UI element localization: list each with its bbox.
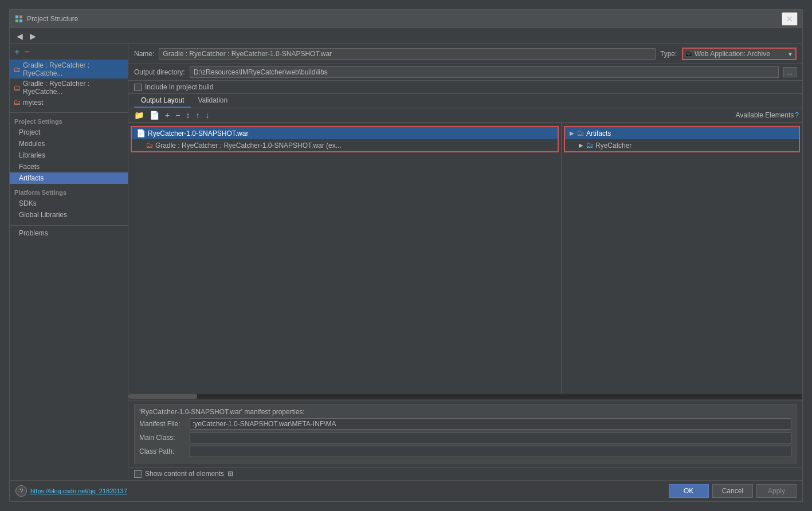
artifact-label-1: Gradle : RyeCatcher : RyeCatche... xyxy=(23,61,124,77)
artifact-label-3: mytest xyxy=(23,99,43,107)
footer: ? https://blog.csdn.net/qq_21820137 OK C… xyxy=(10,480,802,501)
sidebar: + − 🗂 Gradle : RyeCatcher : RyeCatche...… xyxy=(10,44,128,480)
type-dropdown[interactable]: 🗂 Web Application: Archive ▼ xyxy=(682,48,797,60)
class-path-label: Class Path: xyxy=(139,447,185,455)
war-icon: 📄 xyxy=(136,129,146,137)
horizontal-scrollbar[interactable] xyxy=(128,394,802,399)
output-dir-input[interactable] xyxy=(190,66,779,78)
name-input[interactable] xyxy=(159,48,656,60)
include-row: Include in project build xyxy=(128,81,802,94)
war-label: RyeCatcher-1.0-SNAPSHOT.war xyxy=(148,129,248,137)
apply-button[interactable]: Apply xyxy=(756,484,797,498)
sidebar-item-global-libraries[interactable]: Global Libraries xyxy=(10,209,128,221)
split-content: 📄 RyeCatcher-1.0-SNAPSHOT.war 🗂 Gradle :… xyxy=(128,123,802,393)
output-dir-label: Output directory: xyxy=(134,68,185,76)
forward-button[interactable]: ▶ xyxy=(28,30,38,42)
toolbar-add-button[interactable]: + xyxy=(163,109,172,121)
sidebar-item-artifacts[interactable]: Artifacts xyxy=(10,172,128,184)
scrollbar-thumb[interactable] xyxy=(128,394,197,399)
show-content-icon: ⊞ xyxy=(227,470,233,478)
class-path-row: Class Path: xyxy=(139,446,791,457)
sidebar-item-sdks[interactable]: SDKs xyxy=(10,198,128,209)
toolbar-folder-button[interactable]: 📁 xyxy=(132,109,146,121)
sidebar-item-facets[interactable]: Facets xyxy=(10,161,128,172)
right-outline-box: ▶ 🗂 Artifacts ▶ 🗂 RyeCatcher xyxy=(564,126,800,152)
remove-artifact-button[interactable]: − xyxy=(23,48,30,57)
project-settings-header: Project Settings xyxy=(10,116,128,127)
close-button[interactable]: ✕ xyxy=(782,12,798,26)
title-bar: Project Structure ✕ xyxy=(10,10,802,28)
artifact-item-2[interactable]: 🗂 Gradle : RyeCatcher : RyeCatche... xyxy=(10,78,128,97)
cancel-button[interactable]: Cancel xyxy=(712,484,753,498)
project-label: Project xyxy=(19,128,40,136)
artifacts-label: Artifacts xyxy=(19,174,44,182)
artifact-item-3[interactable]: 🗂 mytest xyxy=(10,97,128,108)
expand-icon-artifacts: ▶ xyxy=(570,130,574,136)
main-class-label: Main Class: xyxy=(139,434,185,442)
ok-button[interactable]: OK xyxy=(669,484,709,498)
tab-output-layout[interactable]: Output Layout xyxy=(134,94,191,108)
project-structure-dialog: Project Structure ✕ ◀ ▶ + − 🗂 Gradle : R… xyxy=(9,9,803,502)
modules-label: Modules xyxy=(19,140,45,148)
toolbar-remove-button[interactable]: − xyxy=(173,109,182,121)
artifact-icon-1: 🗂 xyxy=(13,65,21,74)
svg-rect-3 xyxy=(19,19,22,22)
svg-rect-2 xyxy=(15,19,18,22)
name-type-row: Name: document.querySelector('[data-name… xyxy=(128,44,802,64)
sdks-label: SDKs xyxy=(19,199,37,207)
toolbar-sort-button[interactable]: ↕ xyxy=(183,109,192,121)
type-label: Type: xyxy=(660,50,677,58)
right-tree: ▶ 🗂 Artifacts ▶ 🗂 RyeCatcher xyxy=(562,123,802,393)
toolbar-down-button[interactable]: ↓ xyxy=(203,109,211,121)
artifacts-folder-icon: 🗂 xyxy=(576,129,584,137)
sidebar-item-modules[interactable]: Modules xyxy=(10,138,128,150)
manifest-file-label: Manifest File: xyxy=(139,420,185,428)
type-icon: 🗂 xyxy=(685,50,692,58)
artifact-list: 🗂 Gradle : RyeCatcher : RyeCatche... 🗂 G… xyxy=(10,60,128,108)
tab-validation[interactable]: Validation xyxy=(191,94,234,108)
main-class-row: Main Class: xyxy=(139,432,791,443)
window-title: Project Structure xyxy=(27,15,782,23)
browse-button[interactable]: ... xyxy=(783,67,797,77)
main-class-input[interactable] xyxy=(190,432,791,443)
artifact-icon-3: 🗂 xyxy=(13,98,21,107)
ryecatcher-folder-icon: 🗂 xyxy=(586,141,593,150)
artifact-item-1[interactable]: 🗂 Gradle : RyeCatcher : RyeCatche... xyxy=(10,60,128,78)
help-button[interactable]: ? xyxy=(15,485,27,497)
libraries-label: Libraries xyxy=(19,151,45,159)
window-icon xyxy=(14,14,23,23)
sidebar-item-problems[interactable]: Problems xyxy=(10,225,128,239)
type-value: Web Application: Archive xyxy=(695,50,785,58)
content-toolbar: 📁 📄 + − ↕ ↑ ↓ Available Elements ? xyxy=(128,108,802,123)
nav-bar: ◀ ▶ xyxy=(10,28,802,44)
right-tree-item-artifacts[interactable]: ▶ 🗂 Artifacts xyxy=(565,127,799,139)
show-content-checkbox[interactable] xyxy=(134,470,142,478)
sidebar-toolbar: + − xyxy=(10,44,128,60)
left-tree-item-gradle-sub[interactable]: 🗂 Gradle : RyeCatcher : RyeCatcher-1.0-S… xyxy=(132,139,558,151)
toolbar-up-button[interactable]: ↑ xyxy=(193,109,202,121)
help-icon[interactable]: ? xyxy=(795,111,799,119)
manifest-properties: 'RyeCatcher-1.0-SNAPSHOT.war' manifest p… xyxy=(134,404,797,463)
artifacts-right-label: Artifacts xyxy=(586,129,611,137)
add-artifact-button[interactable]: + xyxy=(13,48,21,57)
global-libraries-label: Global Libraries xyxy=(19,211,67,219)
back-button[interactable]: ◀ xyxy=(14,30,25,42)
manifest-file-row: Manifest File: xyxy=(139,418,791,430)
show-content-row: Show content of elements ⊞ xyxy=(128,467,802,480)
toolbar-file-button[interactable]: 📄 xyxy=(147,109,162,121)
include-checkbox[interactable] xyxy=(134,84,142,91)
output-dir-row: Output directory: ... xyxy=(128,64,802,81)
left-tree: 📄 RyeCatcher-1.0-SNAPSHOT.war 🗂 Gradle :… xyxy=(128,123,562,393)
svg-rect-1 xyxy=(19,15,22,18)
gradle-sub-label: Gradle : RyeCatcher : RyeCatcher-1.0-SNA… xyxy=(155,141,342,150)
manifest-file-input[interactable] xyxy=(190,418,791,430)
left-tree-item-war[interactable]: 📄 RyeCatcher-1.0-SNAPSHOT.war xyxy=(132,127,558,139)
sidebar-item-libraries[interactable]: Libraries xyxy=(10,150,128,161)
manifest-title: 'RyeCatcher-1.0-SNAPSHOT.war' manifest p… xyxy=(139,408,791,416)
sidebar-item-project[interactable]: Project xyxy=(10,127,128,138)
artifact-label-2: Gradle : RyeCatcher : RyeCatche... xyxy=(23,80,124,96)
footer-link[interactable]: https://blog.csdn.net/qq_21820137 xyxy=(30,488,127,494)
class-path-input[interactable] xyxy=(190,446,791,457)
manifest-section: 'RyeCatcher-1.0-SNAPSHOT.war' manifest p… xyxy=(128,400,802,467)
right-tree-item-ryecatcher[interactable]: ▶ 🗂 RyeCatcher xyxy=(565,139,799,151)
